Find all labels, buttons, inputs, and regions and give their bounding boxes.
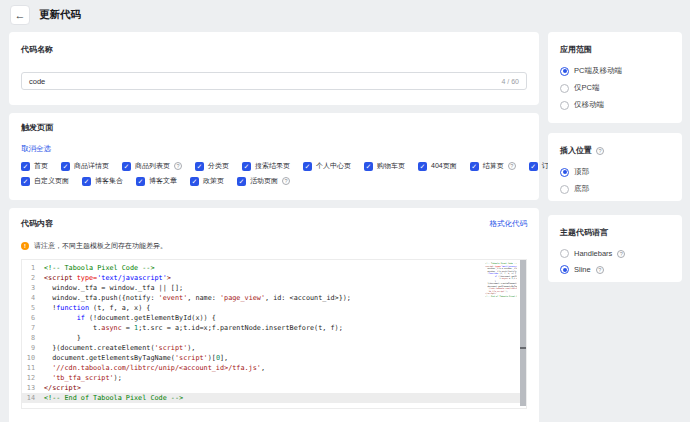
radio-icon xyxy=(560,168,569,177)
radio-icon xyxy=(560,265,569,274)
radio-option[interactable]: Handlebars? xyxy=(560,249,670,258)
radio-option[interactable]: 仅移动端 xyxy=(560,100,670,110)
help-icon[interactable]: ? xyxy=(617,250,625,258)
checkbox-icon: ✓ xyxy=(82,177,91,186)
deselect-all-link[interactable]: 取消全选 xyxy=(21,144,51,154)
scope-card: 应用范围 PC端及移动端仅PC端仅移动端 xyxy=(548,32,682,123)
code-line: 14<!-- End of Taboola Pixel Code --> xyxy=(22,393,526,403)
info-icon[interactable]: ? xyxy=(508,162,516,170)
line-number: 2 xyxy=(22,273,44,283)
radio-label: 仅PC端 xyxy=(574,83,599,93)
trigger-page-option[interactable]: ✓搜索结果页 xyxy=(242,161,290,171)
editor-scrollbar[interactable] xyxy=(520,260,526,406)
trigger-page-option[interactable]: ✓分类页 xyxy=(195,161,229,171)
trigger-row-1: ✓首页✓商品详情页✓商品列表页?✓分类页✓搜索结果页✓个人中心页✓购物车页✓40… xyxy=(21,161,527,171)
editor-lines: 1<!-- Taboola Pixel Code -->2<script typ… xyxy=(22,260,526,403)
trigger-page-option[interactable]: ✓商品详情页 xyxy=(61,161,109,171)
trigger-page-option[interactable]: ✓政策页 xyxy=(190,176,224,186)
scope-label: 应用范围 xyxy=(560,44,592,55)
trigger-page-label: 分类页 xyxy=(208,161,229,171)
scrollbar-mark xyxy=(520,347,526,349)
code-line: 10 document.getElementsByTagName('script… xyxy=(22,353,526,363)
language-label: 主题代码语言 xyxy=(560,227,608,238)
code-text: </script> xyxy=(44,383,81,393)
code-line: 12 'tb_tfa_script'); xyxy=(22,373,526,383)
trigger-page-label: 购物车页 xyxy=(377,161,405,171)
code-editor[interactable]: 1<!-- Taboola Pixel Code -->2<script typ… xyxy=(21,259,527,409)
code-content-label: 代码内容 xyxy=(21,218,53,229)
line-number: 3 xyxy=(22,283,44,293)
radio-label: 顶部 xyxy=(574,167,589,177)
checkbox-icon: ✓ xyxy=(122,162,131,171)
trigger-page-label: 商品详情页 xyxy=(74,161,109,171)
checkbox-icon: ✓ xyxy=(418,162,427,171)
checkbox-icon: ✓ xyxy=(136,177,145,186)
trigger-page-option[interactable]: ✓结算页? xyxy=(470,161,516,171)
language-card: 主题代码语言 Handlebars?Sline? xyxy=(548,215,682,282)
radio-label: Sline xyxy=(574,265,591,274)
line-number: 7 xyxy=(22,323,44,333)
code-text: window._tfa = window._tfa || []; xyxy=(44,283,183,293)
code-text: !function (t, f, a, x) { xyxy=(44,303,150,313)
code-line: 6 if (!document.getElementById(x)) { xyxy=(22,313,526,323)
radio-label: PC端及移动端 xyxy=(574,66,622,76)
code-content-card: 代码内容 格式化代码 ! 请注意，不同主题模板之间存在功能差异。 1<!-- T… xyxy=(9,208,539,422)
line-number: 4 xyxy=(22,293,44,303)
radio-option[interactable]: 顶部 xyxy=(560,167,670,177)
help-icon[interactable]: ? xyxy=(596,266,604,274)
code-line: 13</script> xyxy=(22,383,526,393)
code-text: t.async = 1;t.src = a;t.id=x;f.parentNod… xyxy=(44,323,343,333)
position-card: 插入位置 ? 顶部底部 xyxy=(548,133,682,201)
char-counter: 4 / 60 xyxy=(501,78,519,85)
code-line: 9 }(document.createElement('script'), xyxy=(22,343,526,353)
radio-label: 仅移动端 xyxy=(574,100,604,110)
info-icon[interactable]: ? xyxy=(174,162,182,170)
back-button[interactable]: ← xyxy=(10,5,30,25)
code-line: 4 window._tfa.push({notify: 'event', nam… xyxy=(22,293,526,303)
checkbox-icon: ✓ xyxy=(61,162,70,171)
radio-icon xyxy=(560,67,569,76)
radio-option[interactable]: 底部 xyxy=(560,184,670,194)
code-line: 2<script type='text/javascript'> xyxy=(22,273,526,283)
code-name-input[interactable]: code 4 / 60 xyxy=(21,72,527,90)
left-column: 代码名称 code 4 / 60 触发页面 取消全选 ✓首页✓商品详情页✓商品列… xyxy=(9,32,539,422)
trigger-page-label: 搜索结果页 xyxy=(255,161,290,171)
trigger-page-label: 结算页 xyxy=(483,161,504,171)
right-column: 应用范围 PC端及移动端仅PC端仅移动端 插入位置 ? 顶部底部 主题代码语言 … xyxy=(548,32,682,282)
trigger-page-label: 商品列表页 xyxy=(135,161,170,171)
checkbox-icon: ✓ xyxy=(364,162,373,171)
code-text: }(document.createElement('script'), xyxy=(44,343,195,353)
trigger-page-option[interactable]: ✓博客集合 xyxy=(82,176,123,186)
trigger-row-2: ✓自定义页面✓博客集合✓博客文章✓政策页✓活动页面? xyxy=(21,176,527,186)
help-icon[interactable]: ? xyxy=(596,147,604,155)
trigger-page-option[interactable]: ✓首页 xyxy=(21,161,48,171)
trigger-page-label: 活动页面 xyxy=(250,176,278,186)
radio-icon xyxy=(560,101,569,110)
code-name-value: code xyxy=(29,77,501,86)
radio-label: 底部 xyxy=(574,184,589,194)
code-text: <script type='text/javascript'> xyxy=(44,273,171,283)
radio-icon xyxy=(560,249,569,258)
format-code-link[interactable]: 格式化代码 xyxy=(490,219,528,229)
code-text: document.getElementsByTagName('script')[… xyxy=(44,353,228,363)
trigger-page-option[interactable]: ✓自定义页面 xyxy=(21,176,69,186)
radio-option[interactable]: 仅PC端 xyxy=(560,83,670,93)
radio-option[interactable]: PC端及移动端 xyxy=(560,66,670,76)
trigger-page-option[interactable]: ✓商品列表页? xyxy=(122,161,182,171)
main-layout: 代码名称 code 4 / 60 触发页面 取消全选 ✓首页✓商品详情页✓商品列… xyxy=(0,30,690,422)
code-line: 1<!-- Taboola Pixel Code --> xyxy=(22,263,526,273)
trigger-page-label: 个人中心页 xyxy=(316,161,351,171)
trigger-page-option[interactable]: ✓活动页面? xyxy=(237,176,290,186)
info-icon[interactable]: ? xyxy=(282,177,290,185)
trigger-page-option[interactable]: ✓个人中心页 xyxy=(303,161,351,171)
code-name-card: 代码名称 code 4 / 60 xyxy=(9,32,539,105)
trigger-page-option[interactable]: ✓博客文章 xyxy=(136,176,177,186)
line-number: 10 xyxy=(22,353,44,363)
checkbox-icon: ✓ xyxy=(21,162,30,171)
warning-text: 请注意，不同主题模板之间存在功能差异。 xyxy=(34,241,167,251)
line-number: 11 xyxy=(22,363,44,373)
radio-option[interactable]: Sline? xyxy=(560,265,670,274)
trigger-page-option[interactable]: ✓404页面 xyxy=(418,161,457,171)
code-text: '//cdn.taboola.com/libtrc/unip/<account_… xyxy=(44,363,265,373)
trigger-page-option[interactable]: ✓购物车页 xyxy=(364,161,405,171)
